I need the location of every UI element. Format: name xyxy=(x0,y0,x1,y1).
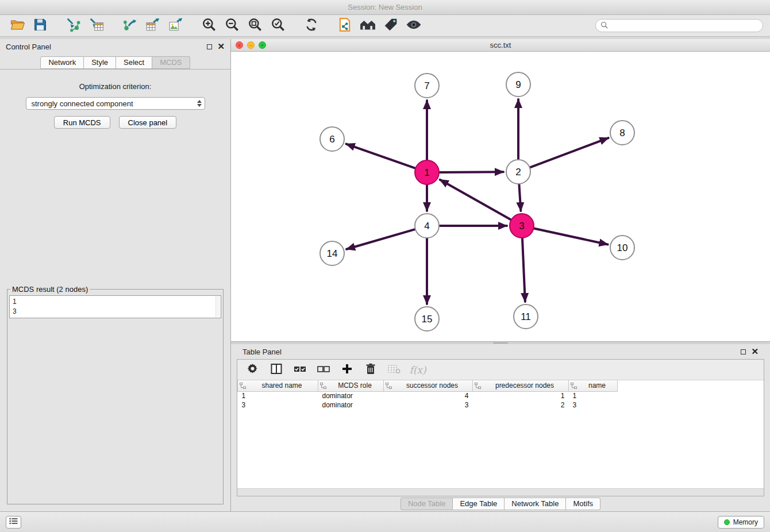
refresh-layout-button[interactable] xyxy=(301,17,322,35)
table-row[interactable]: 3dominator323 xyxy=(238,400,764,410)
run-mcds-button[interactable]: Run MCDS xyxy=(54,116,110,129)
float-table-panel-icon[interactable] xyxy=(741,349,746,354)
tab-motifs[interactable]: Motifs xyxy=(566,498,600,510)
close-window-icon[interactable]: × xyxy=(236,41,243,49)
minimize-window-icon[interactable]: − xyxy=(247,41,255,49)
tab-style[interactable]: Style xyxy=(84,56,116,69)
add-row-button[interactable] xyxy=(340,363,355,377)
table-row[interactable]: 1dominator411 xyxy=(238,391,764,400)
cell-successor-nodes[interactable]: 3 xyxy=(384,400,473,410)
show-hide-details-button[interactable] xyxy=(403,17,424,35)
import-network-button[interactable] xyxy=(63,17,84,35)
graph-edge-3-10[interactable] xyxy=(533,228,608,244)
graph-edge-4-14[interactable] xyxy=(346,229,417,249)
tab-mcds[interactable]: MCDS xyxy=(152,56,190,69)
result-scrollbar[interactable] xyxy=(215,296,220,317)
graph-node-2[interactable]: 2 xyxy=(506,160,530,184)
mcds-result-list[interactable]: 13 xyxy=(9,295,221,318)
graph-edge-2-3[interactable] xyxy=(519,183,521,211)
open-session-button[interactable] xyxy=(7,17,28,35)
search-input[interactable] xyxy=(611,22,758,30)
cell-shared-name[interactable]: 3 xyxy=(238,400,318,410)
column-header-successor-nodes[interactable]: successor nodes xyxy=(384,380,473,391)
cell-name[interactable]: 3 xyxy=(569,400,618,410)
function-builder-button[interactable]: f(x) xyxy=(410,363,425,377)
cell-filler xyxy=(618,400,764,410)
graph-node-7[interactable]: 7 xyxy=(415,74,439,98)
column-tree-icon xyxy=(571,383,577,391)
export-network-button[interactable] xyxy=(120,17,140,35)
main-toolbar xyxy=(0,15,770,37)
export-table-icon xyxy=(145,17,160,34)
export-image-button[interactable] xyxy=(165,17,186,35)
close-panel-button[interactable]: Close panel xyxy=(119,116,177,129)
graph-node-3[interactable]: 3 xyxy=(510,214,534,238)
network-window-titlebar: × − + scc.txt xyxy=(231,39,770,52)
window-title: Session: New Session xyxy=(348,3,422,11)
tab-select[interactable]: Select xyxy=(116,56,152,69)
graph-edge-2-8[interactable] xyxy=(529,138,609,168)
cell-predecessor-nodes[interactable]: 1 xyxy=(473,391,569,400)
plus-icon xyxy=(342,364,352,376)
graph-node-8[interactable]: 8 xyxy=(610,121,634,145)
cell-MCDS-role[interactable]: dominator xyxy=(318,391,384,400)
task-history-button[interactable] xyxy=(6,516,21,529)
graph-node-10[interactable]: 10 xyxy=(610,236,634,260)
graph-node-11[interactable]: 11 xyxy=(514,304,538,329)
status-bar: Memory xyxy=(0,511,770,532)
result-item[interactable]: 3 xyxy=(13,307,218,317)
tab-network[interactable]: Network xyxy=(40,56,84,69)
network-canvas[interactable]: 7968124314101511 xyxy=(231,52,770,341)
memory-button[interactable]: Memory xyxy=(718,516,764,529)
show-column-button[interactable] xyxy=(269,363,284,377)
graph-edge-3-11[interactable] xyxy=(522,237,525,302)
horizontal-splitter[interactable] xyxy=(231,342,770,344)
graph-node-9[interactable]: 9 xyxy=(506,72,530,97)
import-table-button[interactable] xyxy=(86,17,107,35)
graph-edge-1-6[interactable] xyxy=(346,144,417,169)
search-field[interactable] xyxy=(595,19,763,32)
cell-shared-name[interactable]: 1 xyxy=(238,391,318,400)
column-header-MCDS-role[interactable]: MCDS role xyxy=(318,380,384,391)
result-item[interactable]: 1 xyxy=(13,297,218,307)
style-button[interactable] xyxy=(380,17,401,35)
graph-node-6[interactable]: 6 xyxy=(320,127,344,151)
graph-node-1[interactable]: 1 xyxy=(415,160,439,184)
float-panel-icon[interactable] xyxy=(207,44,212,49)
tab-edge-table[interactable]: Edge Table xyxy=(453,498,505,510)
first-neighbors-button[interactable] xyxy=(357,17,378,35)
delete-table-button[interactable] xyxy=(387,363,402,377)
cell-successor-nodes[interactable]: 4 xyxy=(384,391,473,400)
select-all-button[interactable] xyxy=(292,363,307,377)
close-panel-icon[interactable]: ✕ xyxy=(217,44,225,49)
close-table-panel-icon[interactable]: ✕ xyxy=(751,349,759,354)
table-settings-button[interactable] xyxy=(245,363,260,377)
export-table-button[interactable] xyxy=(143,17,163,35)
cell-name[interactable]: 1 xyxy=(569,391,618,400)
column-header-shared-name[interactable]: shared name xyxy=(238,380,318,391)
cell-MCDS-role[interactable]: dominator xyxy=(318,400,384,410)
new-network-button[interactable] xyxy=(334,17,355,35)
column-header-predecessor-nodes[interactable]: predecessor nodes xyxy=(473,380,569,391)
cell-predecessor-nodes[interactable]: 2 xyxy=(473,400,569,410)
delete-row-button[interactable] xyxy=(363,363,378,377)
graph-edge-3-1[interactable] xyxy=(440,180,513,221)
control-panel: Control Panel ✕ Network Style Select MCD… xyxy=(0,39,231,511)
graph-node-14[interactable]: 14 xyxy=(320,241,344,265)
deselect-all-button[interactable] xyxy=(316,363,331,377)
zoom-fit-button[interactable] xyxy=(245,17,265,35)
maximize-window-icon[interactable]: + xyxy=(259,41,266,49)
criterion-dropdown[interactable]: strongly connected component xyxy=(26,97,205,110)
graph-node-15[interactable]: 15 xyxy=(415,307,439,331)
graph-node-4[interactable]: 4 xyxy=(415,214,439,238)
zoom-selected-button[interactable] xyxy=(268,17,288,35)
tab-network-table[interactable]: Network Table xyxy=(505,498,566,510)
zoom-in-button[interactable] xyxy=(199,17,220,35)
column-header-name[interactable]: name xyxy=(569,380,618,391)
table-scroll-area[interactable]: shared nameMCDS rolesuccessor nodesprede… xyxy=(237,380,764,488)
graph-edge-1-2[interactable] xyxy=(438,172,503,172)
zoom-out-button[interactable] xyxy=(222,17,242,35)
save-session-button[interactable] xyxy=(30,17,51,35)
tab-node-table[interactable]: Node Table xyxy=(401,498,453,510)
table-horizontal-scrollbar[interactable] xyxy=(237,488,764,496)
